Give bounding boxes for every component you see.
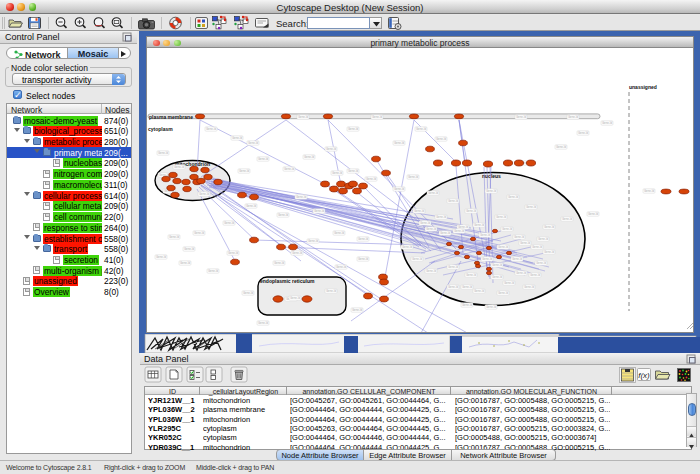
svg-text:Gene-Id: Gene-Id bbox=[588, 212, 599, 216]
svg-text:Gene-Id: Gene-Id bbox=[436, 215, 447, 219]
svg-text:Gene-Id: Gene-Id bbox=[199, 192, 210, 196]
svg-text:Gene-Id: Gene-Id bbox=[426, 227, 437, 231]
svg-text:Gene-Id: Gene-Id bbox=[492, 263, 503, 267]
svg-text:Gene-Id: Gene-Id bbox=[512, 257, 523, 261]
svg-text:Gene-Id: Gene-Id bbox=[532, 245, 543, 249]
svg-text:cytoplasm: cytoplasm bbox=[148, 126, 173, 132]
svg-text:Gene-Id: Gene-Id bbox=[348, 169, 359, 173]
svg-text:Gene-Id: Gene-Id bbox=[568, 115, 579, 119]
svg-text:Gene-Id: Gene-Id bbox=[486, 189, 497, 193]
svg-text:Gene-Id: Gene-Id bbox=[520, 241, 531, 245]
svg-text:Gene-Id: Gene-Id bbox=[516, 115, 527, 119]
svg-text:Gene-Id: Gene-Id bbox=[394, 187, 405, 191]
svg-text:Gene-Id: Gene-Id bbox=[426, 269, 437, 273]
svg-text:Gene-Id: Gene-Id bbox=[414, 209, 425, 213]
svg-text:Gene-Id: Gene-Id bbox=[428, 191, 439, 195]
svg-text:Gene-Id: Gene-Id bbox=[544, 225, 555, 229]
svg-text:Gene-Id: Gene-Id bbox=[292, 251, 303, 255]
svg-text:Gene-Id: Gene-Id bbox=[526, 205, 537, 209]
svg-text:Gene-Id: Gene-Id bbox=[524, 285, 535, 289]
svg-text:Gene-Id: Gene-Id bbox=[174, 165, 185, 169]
svg-text:Gene-Id: Gene-Id bbox=[332, 171, 343, 175]
svg-text:Gene-Id: Gene-Id bbox=[462, 303, 473, 307]
svg-text:Gene-Id: Gene-Id bbox=[326, 289, 337, 293]
svg-text:Gene-Id: Gene-Id bbox=[334, 231, 345, 235]
svg-text:Gene-Id: Gene-Id bbox=[480, 233, 491, 237]
svg-text:Gene-Id: Gene-Id bbox=[462, 285, 473, 289]
svg-text:Gene-Id: Gene-Id bbox=[474, 289, 485, 293]
svg-text:Gene-Id: Gene-Id bbox=[498, 245, 509, 249]
svg-text:Gene-Id: Gene-Id bbox=[578, 131, 589, 135]
svg-text:Gene-Id: Gene-Id bbox=[496, 215, 507, 219]
svg-text:Gene-Id: Gene-Id bbox=[530, 273, 541, 277]
svg-text:plasma membrane: plasma membrane bbox=[149, 114, 193, 120]
svg-text:Gene-Id: Gene-Id bbox=[246, 204, 257, 208]
svg-text:Gene-Id: Gene-Id bbox=[304, 155, 315, 159]
svg-text:Gene-Id: Gene-Id bbox=[516, 271, 527, 275]
svg-text:Gene-Id: Gene-Id bbox=[308, 239, 319, 243]
svg-text:Gene-Id: Gene-Id bbox=[504, 281, 515, 285]
svg-text:Gene-Id: Gene-Id bbox=[466, 209, 477, 213]
svg-text:Gene-Id: Gene-Id bbox=[562, 217, 573, 221]
svg-text:Gene-Id: Gene-Id bbox=[224, 221, 235, 225]
svg-text:Gene-Id: Gene-Id bbox=[514, 235, 525, 239]
svg-text:Gene-Id: Gene-Id bbox=[336, 265, 347, 269]
svg-text:Gene-Id: Gene-Id bbox=[208, 269, 219, 273]
svg-text:Gene-Id: Gene-Id bbox=[448, 199, 459, 203]
svg-text:f(x): f(x) bbox=[638, 371, 650, 380]
svg-text:Gene-Id: Gene-Id bbox=[290, 296, 301, 300]
svg-text:Gene-Id: Gene-Id bbox=[326, 147, 337, 151]
svg-text:unassigned: unassigned bbox=[629, 84, 657, 90]
svg-text:Gene-Id: Gene-Id bbox=[602, 121, 613, 125]
svg-text:Gene-Id: Gene-Id bbox=[402, 245, 413, 249]
svg-text:Gene-Id: Gene-Id bbox=[412, 257, 423, 261]
svg-text:Gene-Id: Gene-Id bbox=[408, 175, 419, 179]
svg-text:Gene-Id: Gene-Id bbox=[194, 231, 205, 235]
svg-text:Gene-Id: Gene-Id bbox=[448, 265, 459, 269]
svg-text:Gene-Id: Gene-Id bbox=[498, 291, 509, 295]
svg-text:Gene-Id: Gene-Id bbox=[206, 127, 217, 131]
svg-text:Gene-Id: Gene-Id bbox=[502, 227, 513, 231]
svg-text:Gene-Id: Gene-Id bbox=[296, 195, 307, 199]
svg-text:Gene-Id: Gene-Id bbox=[180, 261, 191, 265]
svg-text:Gene-Id: Gene-Id bbox=[508, 195, 519, 199]
svg-text:Gene-Id: Gene-Id bbox=[544, 250, 555, 254]
svg-text:Gene-Id: Gene-Id bbox=[258, 321, 269, 325]
svg-text:Gene-Id: Gene-Id bbox=[248, 141, 259, 145]
svg-text:Gene-Id: Gene-Id bbox=[486, 305, 497, 309]
svg-text:Gene-Id: Gene-Id bbox=[358, 257, 369, 261]
svg-text:nucleus: nucleus bbox=[482, 173, 501, 179]
svg-text:Gene-Id: Gene-Id bbox=[258, 157, 269, 161]
svg-text:Gene-Id: Gene-Id bbox=[239, 169, 250, 173]
svg-text:Gene-Id: Gene-Id bbox=[228, 251, 239, 255]
svg-text:Gene-Id: Gene-Id bbox=[274, 261, 285, 265]
svg-text:Gene-Id: Gene-Id bbox=[394, 141, 405, 145]
svg-text:Gene-Id: Gene-Id bbox=[538, 237, 549, 241]
svg-text:Gene-Id: Gene-Id bbox=[352, 308, 363, 312]
svg-text:Gene-Id: Gene-Id bbox=[536, 261, 547, 265]
svg-text:Gene-Id: Gene-Id bbox=[454, 229, 465, 233]
svg-text:Gene-Id: Gene-Id bbox=[184, 247, 195, 251]
svg-text:Gene-Id: Gene-Id bbox=[243, 291, 254, 295]
svg-text:Gene-Id: Gene-Id bbox=[278, 213, 289, 217]
svg-text:Gene-Id: Gene-Id bbox=[482, 257, 493, 261]
svg-text:Gene-Id: Gene-Id bbox=[169, 235, 180, 239]
svg-text:Gene-Id: Gene-Id bbox=[358, 237, 369, 241]
svg-text:Gene-Id: Gene-Id bbox=[158, 151, 169, 155]
svg-text:Gene-Id: Gene-Id bbox=[448, 285, 459, 289]
svg-text:Gene-Id: Gene-Id bbox=[466, 273, 477, 277]
svg-text:Gene-Id: Gene-Id bbox=[474, 223, 485, 227]
svg-text:Gene-Id: Gene-Id bbox=[436, 137, 447, 141]
svg-text:Gene-Id: Gene-Id bbox=[372, 115, 383, 119]
svg-text:Gene-Id: Gene-Id bbox=[492, 275, 503, 279]
svg-text:Gene-Id: Gene-Id bbox=[348, 127, 359, 131]
svg-text:Gene-Id: Gene-Id bbox=[556, 145, 567, 149]
svg-text:Gene-Id: Gene-Id bbox=[366, 177, 377, 181]
svg-text:Gene-Id: Gene-Id bbox=[420, 221, 431, 225]
svg-text:Gene-Id: Gene-Id bbox=[284, 167, 295, 171]
svg-text:Gene-Id: Gene-Id bbox=[644, 189, 655, 193]
svg-text:Gene-Id: Gene-Id bbox=[298, 115, 309, 119]
svg-text:Gene-Id: Gene-Id bbox=[416, 127, 427, 131]
svg-text:Gene-Id: Gene-Id bbox=[232, 136, 243, 140]
svg-text:Gene-Id: Gene-Id bbox=[440, 231, 451, 235]
